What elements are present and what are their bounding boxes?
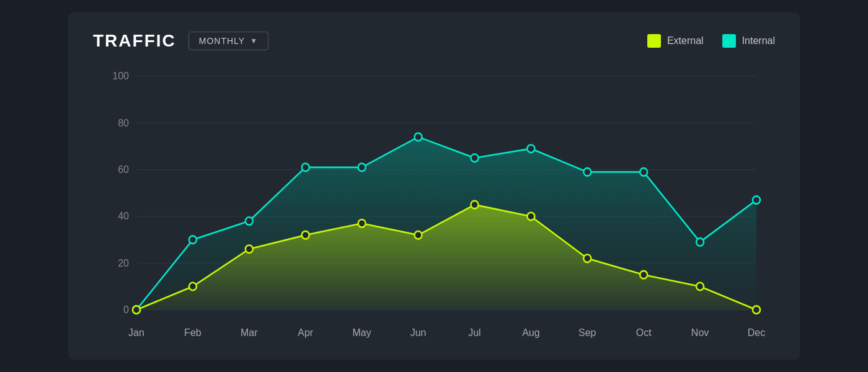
svg-point-46: [696, 283, 704, 291]
svg-point-39: [302, 231, 309, 239]
internal-label: Internal: [742, 35, 775, 46]
svg-point-25: [189, 236, 197, 244]
svg-point-26: [246, 217, 253, 225]
dropdown-label: MONTHLY: [199, 36, 245, 46]
svg-point-34: [696, 238, 704, 246]
chart-header: TRAFFIC MONTHLY ▼ External Internal: [93, 31, 775, 51]
svg-text:0: 0: [123, 304, 129, 315]
svg-text:100: 100: [112, 70, 129, 81]
svg-text:Jan: Jan: [128, 326, 144, 337]
svg-point-38: [246, 245, 253, 253]
svg-text:Sep: Sep: [578, 326, 596, 337]
period-dropdown[interactable]: MONTHLY ▼: [188, 32, 268, 50]
chart-title: TRAFFIC: [93, 31, 176, 51]
svg-point-47: [753, 306, 760, 314]
svg-point-28: [358, 164, 366, 172]
svg-point-32: [583, 168, 591, 176]
external-label: External: [667, 35, 704, 46]
chevron-down-icon: ▼: [250, 37, 258, 45]
svg-point-45: [640, 271, 647, 279]
svg-point-44: [583, 255, 591, 263]
svg-point-43: [527, 213, 534, 221]
svg-text:Jul: Jul: [468, 326, 480, 337]
legend-internal: Internal: [722, 34, 775, 48]
chart-svg: 020406080100JanFebMarAprMayJunJulAugSepO…: [93, 63, 775, 342]
chart-legend: External Internal: [647, 34, 775, 48]
svg-text:40: 40: [118, 210, 129, 221]
svg-point-27: [302, 164, 309, 172]
svg-point-30: [471, 154, 478, 162]
svg-text:Nov: Nov: [691, 326, 709, 337]
svg-point-37: [189, 283, 197, 291]
internal-color-swatch: [722, 34, 736, 48]
svg-point-40: [358, 219, 366, 228]
svg-point-29: [415, 133, 422, 141]
svg-point-36: [133, 306, 140, 314]
svg-text:Mar: Mar: [241, 326, 258, 337]
svg-point-35: [753, 196, 760, 204]
svg-text:Dec: Dec: [748, 326, 765, 337]
chart-area: 020406080100JanFebMarAprMayJunJulAugSepO…: [93, 63, 775, 342]
svg-text:60: 60: [118, 164, 129, 175]
chart-container: TRAFFIC MONTHLY ▼ External Internal: [68, 12, 800, 360]
svg-text:Aug: Aug: [522, 326, 539, 337]
svg-text:20: 20: [118, 257, 129, 268]
svg-text:Jun: Jun: [410, 326, 427, 337]
svg-text:Oct: Oct: [636, 326, 652, 337]
external-color-swatch: [647, 34, 661, 48]
svg-text:Apr: Apr: [298, 326, 313, 337]
svg-text:Feb: Feb: [184, 326, 202, 337]
svg-text:May: May: [353, 326, 372, 337]
legend-external: External: [647, 34, 704, 48]
svg-text:80: 80: [118, 117, 129, 128]
svg-point-41: [415, 231, 422, 239]
svg-point-31: [527, 144, 534, 153]
svg-point-42: [471, 201, 478, 209]
svg-point-33: [640, 168, 647, 176]
